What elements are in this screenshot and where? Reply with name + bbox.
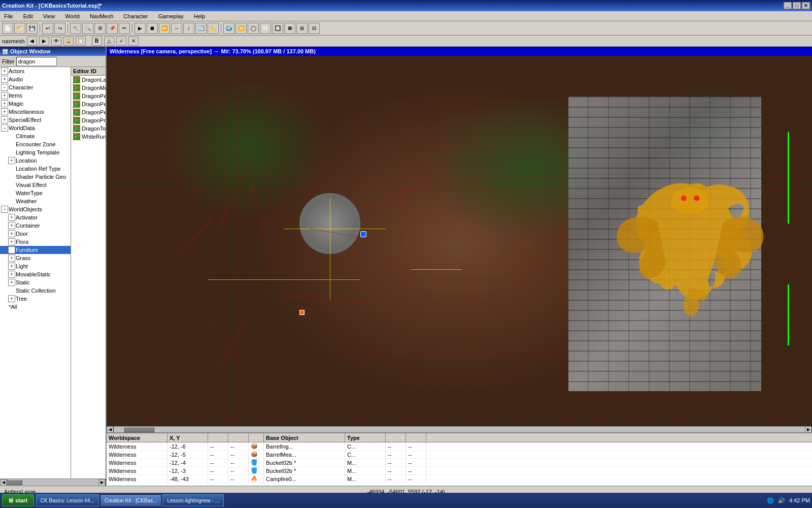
tree-item-shaderparticlegeo[interactable]: Shader Particle Geo	[0, 173, 71, 181]
nav-btn-5[interactable]: △	[104, 37, 114, 46]
tree-item-magic[interactable]: +Magic	[0, 100, 71, 108]
table-row[interactable]: Wilderness-12, -4----🪣Bucket02b *M...---…	[107, 459, 812, 467]
tree-expand-icon[interactable]	[1, 303, 8, 310]
save-button[interactable]: 💾	[26, 23, 38, 34]
tree-expand-icon[interactable]	[8, 198, 15, 205]
tree-item-activator[interactable]: +Activator	[0, 213, 71, 221]
list-item[interactable]: 🐉DragonMou...	[71, 84, 106, 92]
tool-11[interactable]: 🔄	[195, 23, 207, 34]
nav-btn-2[interactable]: ▶	[39, 37, 49, 46]
tree-expand-icon[interactable]: +	[8, 271, 15, 278]
vp-scroll-thumb[interactable]	[124, 427, 154, 432]
tree-expand-icon[interactable]: +	[8, 157, 15, 164]
list-item[interactable]: 🐉DragonLayM...	[71, 76, 106, 84]
tool-5[interactable]: ✏	[119, 23, 130, 34]
close-button[interactable]: ✕	[802, 2, 810, 9]
scroll-left-arrow[interactable]: ◀	[0, 479, 7, 486]
tool-1[interactable]: 🔧	[70, 23, 81, 34]
tree-expand-icon[interactable]	[8, 189, 15, 197]
tree-expand-icon[interactable]: +	[1, 76, 8, 83]
tree-expand-icon[interactable]: +	[8, 246, 15, 253]
tool-14[interactable]: 🔀	[235, 23, 247, 34]
scroll-right-arrow[interactable]: ▶	[98, 479, 106, 486]
tree-item-audio[interactable]: +Audio	[0, 75, 71, 83]
undo-button[interactable]: ↩	[42, 23, 53, 34]
tool-17[interactable]: 🔲	[272, 23, 283, 34]
tree-item-character[interactable]: −Character	[0, 83, 71, 91]
list-item[interactable]: 🐉WhiteRunDr...	[71, 133, 106, 141]
tree-item-furniture[interactable]: +Furniture	[0, 246, 71, 254]
tree-item-light[interactable]: +Light	[0, 262, 71, 270]
table-row[interactable]: Wilderness-12, -3----🪣Bucket02b *M...---…	[107, 467, 812, 475]
redo-button[interactable]: ↪	[54, 23, 65, 34]
nav-btn-3[interactable]: 🔒	[63, 37, 74, 46]
open-button[interactable]: 📂	[14, 23, 25, 34]
tree-item-actors[interactable]: +Actors	[0, 67, 71, 75]
tree-expand-icon[interactable]: +	[8, 214, 15, 221]
tree-expand-icon[interactable]	[8, 149, 15, 156]
menu-world[interactable]: World	[63, 13, 82, 20]
tree-expand-icon[interactable]: +	[8, 230, 15, 237]
tool-20[interactable]: ⊟	[309, 23, 320, 34]
list-item[interactable]: 🐉DragonTow...	[71, 124, 106, 133]
tree-expand-icon[interactable]: +	[1, 92, 8, 99]
nav-btn-1[interactable]: ◀	[27, 37, 37, 46]
tree-expand-icon[interactable]: −	[1, 124, 8, 132]
tree-item-specialeffect[interactable]: +SpecialEffect	[0, 116, 71, 124]
tree-item-miscellaneous[interactable]: +Miscellaneous	[0, 108, 71, 116]
table-row[interactable]: Wilderness-12, -6----📦BarrelIng...C...--…	[107, 442, 812, 451]
tree-expand-icon[interactable]: +	[8, 295, 15, 302]
tool-8[interactable]: ⏩	[159, 23, 170, 34]
tree-item-climate[interactable]: Climate	[0, 132, 71, 140]
list-item[interactable]: 🐉DragonPries...	[71, 116, 106, 124]
table-row[interactable]: Wilderness-48, -43----🔥Campfire0...M...-…	[107, 475, 812, 483]
menu-edit[interactable]: Edit	[21, 13, 35, 20]
list-item[interactable]: 🐉DragonPerc...	[71, 100, 106, 108]
tree-item-staticcollection[interactable]: Static Collection	[0, 287, 71, 295]
tool-16[interactable]: ⬜	[260, 23, 271, 34]
list-item[interactable]: 🐉DragonPerc...	[71, 108, 106, 116]
start-button[interactable]: ⊞ start	[2, 494, 34, 506]
tree-item-visualeffect[interactable]: Visual Effect	[0, 181, 71, 189]
tree-item-tree[interactable]: +Tree	[0, 295, 71, 303]
tree-expand-icon[interactable]	[8, 141, 15, 148]
tool-15[interactable]: ◯	[248, 23, 259, 34]
tree-item-lightingtemplate[interactable]: Lighting Template	[0, 148, 71, 156]
menu-character[interactable]: Character	[121, 13, 150, 20]
menu-view[interactable]: View	[41, 13, 57, 20]
tool-4[interactable]: 📌	[107, 23, 118, 34]
minimize-button[interactable]: _	[784, 2, 792, 9]
maximize-button[interactable]: □	[793, 2, 801, 9]
vp-scroll-track[interactable]	[114, 427, 805, 432]
tool-19[interactable]: ⊞	[296, 23, 308, 34]
tree-item-items[interactable]: +Items	[0, 91, 71, 100]
tree-expand-icon[interactable]: −	[1, 84, 8, 91]
menu-help[interactable]: Help	[192, 13, 208, 20]
tree-expand-icon[interactable]: +	[8, 263, 15, 270]
tree-item-worlddata[interactable]: −WorldData	[0, 124, 71, 132]
tree-expand-icon[interactable]: +	[1, 116, 8, 123]
tree-item-location[interactable]: +Location	[0, 156, 71, 165]
nav-btn-b[interactable]: B	[92, 37, 102, 46]
tool-9[interactable]: ↔	[171, 23, 182, 34]
tree-item-movablestatic[interactable]: +MovableStatic	[0, 270, 71, 278]
tree-item-door[interactable]: +Door	[0, 230, 71, 238]
table-row[interactable]: Wilderness-12, -5----📦BarrelMea...C...--…	[107, 451, 812, 459]
tree-expand-icon[interactable]	[8, 165, 15, 172]
nav-btn-x[interactable]: ✕	[128, 37, 139, 46]
tree-item-static[interactable]: +Static	[0, 278, 71, 287]
taskbar-item[interactable]: Creation Kit - [CKBas...	[100, 494, 161, 506]
nav-btn-check[interactable]: ✓	[116, 37, 126, 46]
new-button[interactable]: 📄	[2, 23, 13, 34]
tool-12[interactable]: 📐	[208, 23, 219, 34]
tree-expand-icon[interactable]	[8, 173, 15, 180]
menu-gameplay[interactable]: Gameplay	[156, 13, 186, 20]
nav-btn-eye[interactable]: 👁	[51, 37, 61, 46]
tool-13[interactable]: 🌍	[223, 23, 234, 34]
nav-btn-4[interactable]: 📋	[76, 37, 86, 46]
tree-item-weather[interactable]: Weather	[0, 197, 71, 205]
tree-expand-icon[interactable]	[8, 181, 15, 188]
tree-item-watertype[interactable]: WaterType	[0, 189, 71, 197]
tree-expand-icon[interactable]	[8, 287, 15, 294]
viewport-canvas[interactable]	[107, 56, 812, 426]
